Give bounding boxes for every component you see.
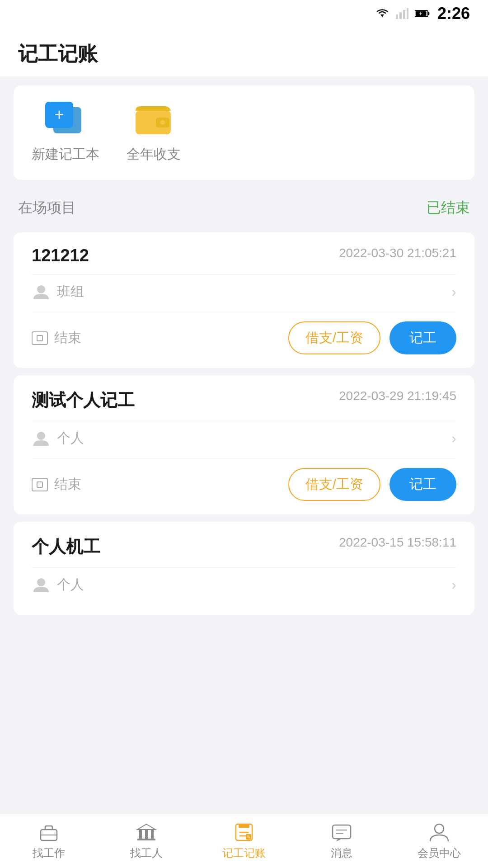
svg-rect-27 bbox=[333, 825, 351, 839]
action-buttons-1: 借支/工资 记工 bbox=[288, 321, 456, 354]
svg-point-12 bbox=[37, 432, 45, 440]
nav-label-member: 会员中心 bbox=[418, 846, 461, 860]
project-header-2: 测试个人记工 2022-03-29 21:19:45 bbox=[32, 389, 456, 412]
project-card-3: 个人机工 2022-03-15 15:58:11 个人 › bbox=[14, 522, 474, 615]
svg-point-30 bbox=[435, 824, 444, 833]
project-team-row-2[interactable]: 个人 › bbox=[32, 421, 456, 455]
status-time: 2:26 bbox=[437, 4, 470, 23]
signal-icon bbox=[396, 8, 408, 19]
new-book-label: 新建记工本 bbox=[32, 145, 99, 164]
project-status-2: 结束 bbox=[32, 475, 81, 494]
chevron-right-1: › bbox=[451, 283, 456, 300]
svg-rect-17 bbox=[139, 830, 142, 839]
new-book-icon: + bbox=[45, 102, 86, 138]
quick-actions-card: + 新建记工本 全年收支 bbox=[14, 85, 474, 180]
bottom-nav: 找工作 找工人 ✎ 记工记账 bbox=[0, 814, 488, 868]
avatar-icon-2 bbox=[32, 429, 51, 448]
project-card-1: 121212 2022-03-30 21:05:21 班组 › 结束 借支/工资… bbox=[14, 232, 474, 368]
nav-item-messages[interactable]: 消息 bbox=[293, 822, 390, 860]
svg-rect-3 bbox=[403, 10, 405, 19]
end-icon-2 bbox=[32, 478, 48, 491]
message-icon bbox=[331, 822, 352, 842]
svg-point-11 bbox=[37, 285, 45, 293]
project-status-1: 结束 bbox=[32, 329, 81, 347]
nav-item-find-worker[interactable]: 找工人 bbox=[98, 822, 195, 860]
action-buttons-2: 借支/工资 记工 bbox=[288, 468, 456, 501]
wifi-icon bbox=[375, 8, 389, 19]
wallet-icon bbox=[133, 102, 174, 138]
nav-label-find-work: 找工作 bbox=[33, 846, 65, 860]
record-button-2[interactable]: 记工 bbox=[389, 468, 456, 501]
section-title: 在场项目 bbox=[18, 198, 76, 218]
bank-icon bbox=[136, 822, 157, 842]
project-team-left-2: 个人 bbox=[32, 429, 84, 448]
project-team-row-1[interactable]: 班组 › bbox=[32, 274, 456, 308]
status-label-1: 结束 bbox=[54, 329, 81, 347]
project-header-1: 121212 2022-03-30 21:05:21 bbox=[32, 246, 456, 265]
avatar-icon-3 bbox=[32, 575, 51, 594]
annual-income-button[interactable]: 全年收支 bbox=[127, 102, 181, 164]
project-name-2: 测试个人记工 bbox=[32, 389, 135, 412]
project-actions-row-1: 结束 借支/工资 记工 bbox=[32, 312, 456, 354]
section-action-ended[interactable]: 已结束 bbox=[427, 198, 470, 218]
avatar-icon-1 bbox=[32, 282, 51, 301]
record-button-1[interactable]: 记工 bbox=[389, 321, 456, 354]
svg-rect-19 bbox=[151, 830, 154, 839]
status-icons bbox=[375, 8, 430, 19]
svg-rect-2 bbox=[399, 12, 402, 19]
team-type-3: 个人 bbox=[57, 576, 84, 594]
project-team-row-3[interactable]: 个人 › bbox=[32, 567, 456, 601]
project-date-3: 2022-03-15 15:58:11 bbox=[339, 535, 456, 550]
timesheet-icon: ✎ bbox=[233, 822, 255, 842]
svg-marker-16 bbox=[137, 824, 155, 830]
nav-item-timesheet[interactable]: ✎ 记工记账 bbox=[195, 822, 293, 860]
svg-text:✎: ✎ bbox=[247, 835, 250, 840]
loan-button-2[interactable]: 借支/工资 bbox=[288, 468, 380, 501]
svg-rect-18 bbox=[145, 830, 148, 839]
page-title: 记工记账 bbox=[18, 41, 470, 67]
status-label-2: 结束 bbox=[54, 475, 81, 494]
project-date-2: 2022-03-29 21:19:45 bbox=[339, 389, 456, 403]
project-team-left-3: 个人 bbox=[32, 575, 84, 594]
chevron-right-2: › bbox=[451, 430, 456, 447]
loan-button-1[interactable]: 借支/工资 bbox=[288, 321, 380, 354]
person-icon bbox=[428, 822, 450, 842]
battery-icon bbox=[415, 9, 430, 18]
team-type-1: 班组 bbox=[57, 283, 84, 301]
nav-item-find-work[interactable]: 找工作 bbox=[0, 822, 98, 860]
header: 记工记账 bbox=[0, 27, 488, 76]
svg-rect-22 bbox=[239, 824, 249, 828]
nav-item-member[interactable]: 会员中心 bbox=[390, 822, 488, 860]
nav-label-find-worker: 找工人 bbox=[130, 846, 163, 860]
briefcase-icon bbox=[38, 822, 60, 842]
project-date-1: 2022-03-30 21:05:21 bbox=[339, 246, 456, 260]
annual-income-label: 全年收支 bbox=[127, 145, 181, 164]
nav-label-messages: 消息 bbox=[331, 846, 352, 860]
svg-point-10 bbox=[160, 120, 165, 125]
svg-rect-1 bbox=[396, 14, 398, 19]
project-section-header: 在场项目 已结束 bbox=[0, 189, 488, 225]
new-book-button[interactable]: + 新建记工本 bbox=[32, 102, 99, 164]
status-bar: 2:26 bbox=[0, 0, 488, 27]
svg-marker-0 bbox=[380, 14, 384, 17]
svg-point-13 bbox=[37, 578, 45, 586]
project-header-3: 个人机工 2022-03-15 15:58:11 bbox=[32, 535, 456, 558]
project-name-1: 121212 bbox=[32, 246, 89, 265]
project-name-3: 个人机工 bbox=[32, 535, 100, 558]
project-actions-row-2: 结束 借支/工资 记工 bbox=[32, 458, 456, 501]
nav-label-timesheet: 记工记账 bbox=[222, 846, 266, 860]
svg-rect-20 bbox=[137, 839, 155, 840]
end-icon-1 bbox=[32, 331, 48, 345]
project-card-2: 测试个人记工 2022-03-29 21:19:45 个人 › 结束 借支/工资… bbox=[14, 375, 474, 514]
team-type-2: 个人 bbox=[57, 429, 84, 448]
chevron-right-3: › bbox=[451, 576, 456, 593]
svg-rect-4 bbox=[407, 8, 408, 19]
svg-rect-6 bbox=[428, 12, 429, 15]
project-team-left-1: 班组 bbox=[32, 282, 84, 301]
